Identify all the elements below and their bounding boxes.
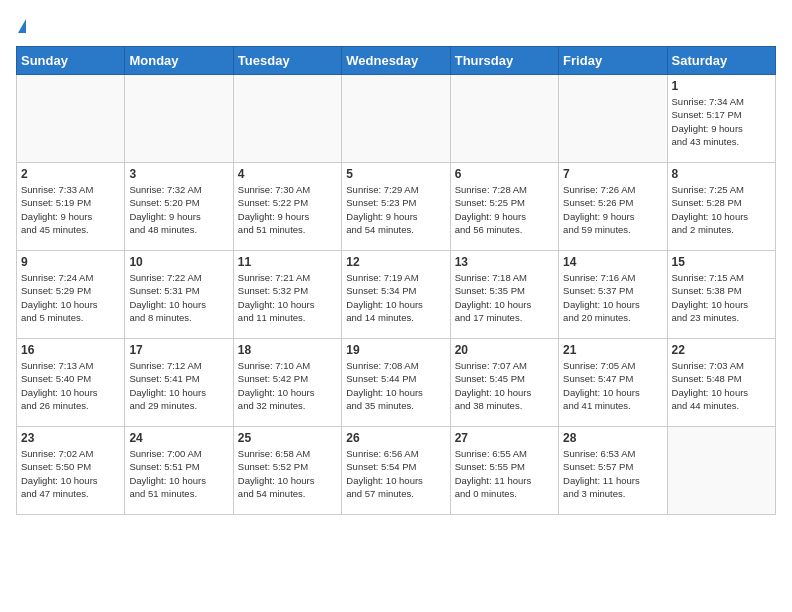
day-info: Sunrise: 7:33 AMSunset: 5:19 PMDaylight:… [21,183,120,236]
day-info: Sunrise: 7:32 AMSunset: 5:20 PMDaylight:… [129,183,228,236]
logo-icon [18,19,26,33]
calendar-cell: 4Sunrise: 7:30 AMSunset: 5:22 PMDaylight… [233,163,341,251]
day-number: 13 [455,255,554,269]
calendar-cell [450,75,558,163]
day-number: 9 [21,255,120,269]
day-number: 19 [346,343,445,357]
day-info: Sunrise: 7:29 AMSunset: 5:23 PMDaylight:… [346,183,445,236]
day-number: 3 [129,167,228,181]
calendar-cell: 17Sunrise: 7:12 AMSunset: 5:41 PMDayligh… [125,339,233,427]
day-info: Sunrise: 7:15 AMSunset: 5:38 PMDaylight:… [672,271,771,324]
week-row-4: 16Sunrise: 7:13 AMSunset: 5:40 PMDayligh… [17,339,776,427]
calendar-cell [342,75,450,163]
calendar-cell: 11Sunrise: 7:21 AMSunset: 5:32 PMDayligh… [233,251,341,339]
day-number: 1 [672,79,771,93]
day-info: Sunrise: 6:55 AMSunset: 5:55 PMDaylight:… [455,447,554,500]
day-number: 26 [346,431,445,445]
calendar-cell [17,75,125,163]
day-info: Sunrise: 7:12 AMSunset: 5:41 PMDaylight:… [129,359,228,412]
calendar-cell: 3Sunrise: 7:32 AMSunset: 5:20 PMDaylight… [125,163,233,251]
day-info: Sunrise: 7:02 AMSunset: 5:50 PMDaylight:… [21,447,120,500]
calendar-cell: 19Sunrise: 7:08 AMSunset: 5:44 PMDayligh… [342,339,450,427]
day-number: 14 [563,255,662,269]
calendar-table: SundayMondayTuesdayWednesdayThursdayFrid… [16,46,776,515]
day-info: Sunrise: 7:24 AMSunset: 5:29 PMDaylight:… [21,271,120,324]
calendar-cell: 16Sunrise: 7:13 AMSunset: 5:40 PMDayligh… [17,339,125,427]
page-header [16,16,776,38]
weekday-header-thursday: Thursday [450,47,558,75]
day-number: 27 [455,431,554,445]
calendar-cell [233,75,341,163]
day-info: Sunrise: 7:08 AMSunset: 5:44 PMDaylight:… [346,359,445,412]
day-number: 2 [21,167,120,181]
weekday-header-saturday: Saturday [667,47,775,75]
day-info: Sunrise: 7:21 AMSunset: 5:32 PMDaylight:… [238,271,337,324]
day-info: Sunrise: 7:10 AMSunset: 5:42 PMDaylight:… [238,359,337,412]
calendar-cell: 22Sunrise: 7:03 AMSunset: 5:48 PMDayligh… [667,339,775,427]
day-number: 25 [238,431,337,445]
day-info: Sunrise: 7:18 AMSunset: 5:35 PMDaylight:… [455,271,554,324]
day-info: Sunrise: 7:25 AMSunset: 5:28 PMDaylight:… [672,183,771,236]
day-number: 23 [21,431,120,445]
week-row-5: 23Sunrise: 7:02 AMSunset: 5:50 PMDayligh… [17,427,776,515]
day-number: 15 [672,255,771,269]
calendar-cell: 21Sunrise: 7:05 AMSunset: 5:47 PMDayligh… [559,339,667,427]
day-info: Sunrise: 6:58 AMSunset: 5:52 PMDaylight:… [238,447,337,500]
day-number: 20 [455,343,554,357]
calendar-cell: 14Sunrise: 7:16 AMSunset: 5:37 PMDayligh… [559,251,667,339]
calendar-cell: 8Sunrise: 7:25 AMSunset: 5:28 PMDaylight… [667,163,775,251]
calendar-cell: 23Sunrise: 7:02 AMSunset: 5:50 PMDayligh… [17,427,125,515]
day-info: Sunrise: 7:26 AMSunset: 5:26 PMDaylight:… [563,183,662,236]
day-number: 6 [455,167,554,181]
calendar-cell [125,75,233,163]
day-number: 18 [238,343,337,357]
calendar-cell [667,427,775,515]
day-number: 4 [238,167,337,181]
weekday-header-friday: Friday [559,47,667,75]
day-number: 16 [21,343,120,357]
day-number: 21 [563,343,662,357]
calendar-cell: 2Sunrise: 7:33 AMSunset: 5:19 PMDaylight… [17,163,125,251]
calendar-cell: 10Sunrise: 7:22 AMSunset: 5:31 PMDayligh… [125,251,233,339]
day-number: 17 [129,343,228,357]
day-number: 22 [672,343,771,357]
weekday-header-sunday: Sunday [17,47,125,75]
calendar-body: 1Sunrise: 7:34 AMSunset: 5:17 PMDaylight… [17,75,776,515]
logo [16,16,26,38]
day-info: Sunrise: 7:05 AMSunset: 5:47 PMDaylight:… [563,359,662,412]
day-info: Sunrise: 6:53 AMSunset: 5:57 PMDaylight:… [563,447,662,500]
day-info: Sunrise: 7:16 AMSunset: 5:37 PMDaylight:… [563,271,662,324]
weekday-header-tuesday: Tuesday [233,47,341,75]
day-number: 28 [563,431,662,445]
day-number: 11 [238,255,337,269]
calendar-cell: 1Sunrise: 7:34 AMSunset: 5:17 PMDaylight… [667,75,775,163]
weekday-header-wednesday: Wednesday [342,47,450,75]
day-info: Sunrise: 7:28 AMSunset: 5:25 PMDaylight:… [455,183,554,236]
week-row-3: 9Sunrise: 7:24 AMSunset: 5:29 PMDaylight… [17,251,776,339]
calendar-cell: 13Sunrise: 7:18 AMSunset: 5:35 PMDayligh… [450,251,558,339]
weekday-row: SundayMondayTuesdayWednesdayThursdayFrid… [17,47,776,75]
day-info: Sunrise: 7:30 AMSunset: 5:22 PMDaylight:… [238,183,337,236]
day-number: 5 [346,167,445,181]
day-info: Sunrise: 7:13 AMSunset: 5:40 PMDaylight:… [21,359,120,412]
calendar-cell: 12Sunrise: 7:19 AMSunset: 5:34 PMDayligh… [342,251,450,339]
week-row-2: 2Sunrise: 7:33 AMSunset: 5:19 PMDaylight… [17,163,776,251]
day-info: Sunrise: 7:22 AMSunset: 5:31 PMDaylight:… [129,271,228,324]
calendar-cell: 26Sunrise: 6:56 AMSunset: 5:54 PMDayligh… [342,427,450,515]
calendar-cell: 25Sunrise: 6:58 AMSunset: 5:52 PMDayligh… [233,427,341,515]
weekday-header-monday: Monday [125,47,233,75]
day-info: Sunrise: 7:07 AMSunset: 5:45 PMDaylight:… [455,359,554,412]
day-number: 10 [129,255,228,269]
week-row-1: 1Sunrise: 7:34 AMSunset: 5:17 PMDaylight… [17,75,776,163]
day-info: Sunrise: 7:03 AMSunset: 5:48 PMDaylight:… [672,359,771,412]
calendar-cell: 6Sunrise: 7:28 AMSunset: 5:25 PMDaylight… [450,163,558,251]
calendar-header: SundayMondayTuesdayWednesdayThursdayFrid… [17,47,776,75]
day-number: 8 [672,167,771,181]
day-number: 24 [129,431,228,445]
calendar-cell: 5Sunrise: 7:29 AMSunset: 5:23 PMDaylight… [342,163,450,251]
day-info: Sunrise: 7:34 AMSunset: 5:17 PMDaylight:… [672,95,771,148]
day-number: 7 [563,167,662,181]
calendar-cell: 9Sunrise: 7:24 AMSunset: 5:29 PMDaylight… [17,251,125,339]
calendar-cell: 20Sunrise: 7:07 AMSunset: 5:45 PMDayligh… [450,339,558,427]
day-number: 12 [346,255,445,269]
